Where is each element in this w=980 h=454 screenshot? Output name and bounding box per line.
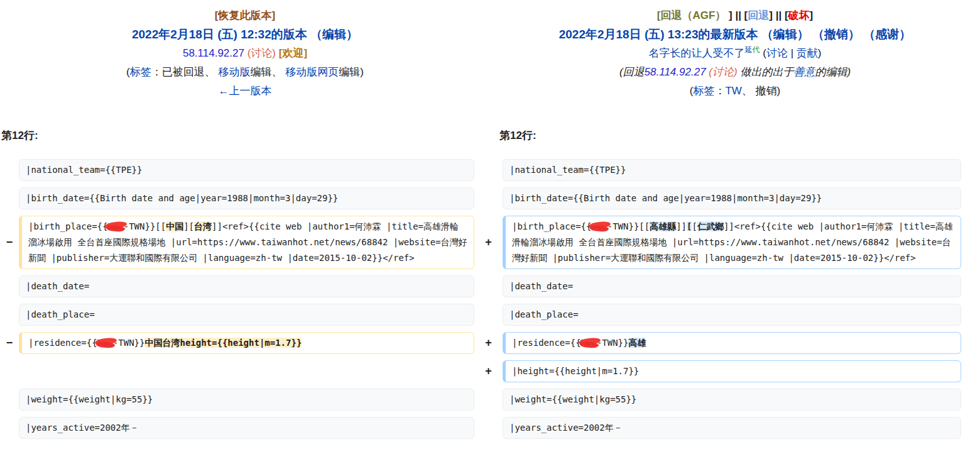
text-segment: |weight={{weight|kg=55}} xyxy=(26,394,153,404)
header-line: (回退58.114.92.27 (讨论) 做出的出于善意的编辑) xyxy=(490,63,980,82)
red-scribble-annotation: ROC xyxy=(107,221,123,231)
old-revision-date-link[interactable]: 2022年2月18日 (五) 12:32的版本 xyxy=(132,28,307,41)
text-segment: 高雄縣 xyxy=(650,221,676,231)
text-segment: 台湾 xyxy=(194,221,212,231)
header-line: [恢复此版本] xyxy=(0,6,490,25)
diff-grid: |national_team={{TPE}}|national_team={{T… xyxy=(0,159,980,439)
diff-deleted-marker xyxy=(0,389,19,411)
text-segment: |years_active=2002年－ xyxy=(509,423,623,433)
thank-link[interactable]: （感谢） xyxy=(860,28,911,41)
diff-added-marker: + xyxy=(474,360,503,382)
header-line: (标签：已被回退、 移动版编辑、 移动版网页编辑) xyxy=(0,63,490,82)
diff-context-line: |weight={{weight|kg=55}} xyxy=(19,389,474,411)
tag-tw-link[interactable]: TW xyxy=(725,85,741,97)
username-superscript-yan[interactable]: 延 xyxy=(745,45,753,54)
tags-link[interactable]: 标签 xyxy=(130,66,151,78)
new-revision-header: [回退（AGF） ] || [回退] || [破坏]2022年2月18日 (五)… xyxy=(490,6,980,101)
text-segment: |years_active=2002年－ xyxy=(26,423,139,433)
left-line-number-label: 第12行: xyxy=(0,128,490,143)
header-line: 名字长的让人受不了延代 (讨论 | 贡献) xyxy=(490,44,980,63)
header-line: 2022年2月18日 (五) 12:32的版本 （编辑） xyxy=(0,25,490,44)
diff-added-marker xyxy=(474,304,503,326)
header-line: 58.114.92.27 (讨论) [欢迎] xyxy=(0,44,490,63)
diff-context-line: |death_place= xyxy=(503,304,961,326)
diff-context-line: |birth_date={{Birth date and age|year=19… xyxy=(503,187,961,209)
diff-section-labels: 第12行: 第12行: xyxy=(0,128,980,143)
diff-added-marker xyxy=(474,187,503,209)
separator: ] || [ xyxy=(726,9,748,21)
reverted-ip-link[interactable]: 58.114.92.27 xyxy=(645,66,706,78)
tag-reverted: ：已被回退、 xyxy=(151,66,219,78)
diff-deleted-line: |birth_place={{ROC-TWN}}[[中国][台湾]]<ref>{… xyxy=(19,216,474,269)
text-segment: [ xyxy=(692,221,697,231)
diff-context-line: |years_active=2002年－ xyxy=(19,417,474,439)
header-line: ←上一版本 xyxy=(0,82,490,101)
text-segment: 高雄 xyxy=(628,338,646,348)
header-line: 2022年2月18日 (五) 13:23的最新版本 （编辑） （撤销） （感谢） xyxy=(490,25,980,44)
reverted-ip-talk-link[interactable]: 讨论 xyxy=(712,66,734,78)
tag-mobile-edit-suffix: 编辑、 xyxy=(251,66,286,78)
text-segment: -TWN}}[[ xyxy=(124,221,166,231)
tag-mobile-web-edit-suffix: 编辑) xyxy=(339,66,364,78)
text-segment: |height={{height|m=1.7}} xyxy=(512,366,639,376)
diff-added-line: |birth_place={{ROC-TWN}}[[高雄縣]][[仁武鄉]]<r… xyxy=(503,216,961,269)
user-contribs-link[interactable]: 贡献 xyxy=(797,47,818,59)
text-segment: 中国 xyxy=(166,221,183,231)
text-segment: |residence={{ xyxy=(28,338,97,348)
text-segment: |residence={{ xyxy=(512,338,581,348)
text-segment: 仁武鄉 xyxy=(697,221,724,231)
text-segment: |death_date= xyxy=(509,281,573,291)
undo-link[interactable]: （撤销） xyxy=(809,28,860,41)
text-segment: -TWN}} xyxy=(113,338,145,348)
text-segment: |birth_place={{ xyxy=(28,221,107,231)
red-scribble-annotation: ROC xyxy=(591,221,607,231)
username-superscript-dai[interactable]: 代 xyxy=(753,45,760,54)
diff-context-line: |weight={{weight|kg=55}} xyxy=(503,389,961,411)
colon: ： xyxy=(714,85,725,97)
text-segment: |weight={{weight|kg=55}} xyxy=(509,394,636,404)
user-talk-link[interactable]: 讨论 xyxy=(766,47,788,59)
diff-deleted-marker xyxy=(0,304,19,326)
text-segment: |birth_place={{ xyxy=(512,221,591,231)
text-segment: ][ xyxy=(183,221,194,231)
diff-added-marker xyxy=(474,389,503,411)
ip-user-link[interactable]: 58.114.92.27 xyxy=(183,47,244,59)
tags-link[interactable]: 标签 xyxy=(693,85,714,97)
separator: ] || [ xyxy=(769,9,788,21)
diff-context-line: |death_date= xyxy=(503,275,961,297)
diff-added-marker xyxy=(474,159,503,181)
diff-deleted-marker xyxy=(0,187,19,209)
restore-this-version-link[interactable]: [恢复此版本] xyxy=(215,9,275,21)
revert-summary-middle: 做出的出于 xyxy=(738,66,794,78)
latest-revision-edit-link[interactable]: （编辑） xyxy=(758,28,808,41)
header-line: [回退（AGF） ] || [回退] || [破坏] xyxy=(490,6,980,25)
old-revision-header: [恢复此版本]2022年2月18日 (五) 12:32的版本 （编辑）58.11… xyxy=(0,6,490,101)
latest-revision-date-link[interactable]: 2022年2月18日 (五) 13:23的最新版本 xyxy=(559,28,758,41)
text-segment: |national_team={{TPE}} xyxy=(26,165,142,175)
vandalism-link[interactable]: 破坏 xyxy=(788,9,810,21)
welcome-link[interactable]: [欢迎] xyxy=(279,47,307,59)
rollback-link[interactable]: 回退 xyxy=(748,9,769,21)
rollback-agf-link[interactable]: [回退（AGF） xyxy=(657,9,726,21)
diff-added-marker xyxy=(474,275,503,297)
revert-summary-prefix: (回退 xyxy=(619,66,645,78)
tag-mobile-edit-link[interactable]: 移动版 xyxy=(219,66,251,78)
username-link[interactable]: 名字长的让人受不了 xyxy=(649,47,745,59)
ip-talk-link[interactable]: (讨论) xyxy=(244,47,276,59)
diff-added-marker: + xyxy=(474,332,503,354)
diff-deleted-line: |residence={{ROC-TWN}}中国台湾height={{heigh… xyxy=(19,332,474,354)
diff-context-line: |death_date= xyxy=(19,275,474,297)
text-segment: ]] xyxy=(676,221,687,231)
diff-deleted-marker xyxy=(0,417,19,439)
text-segment: -TWN}} xyxy=(597,338,629,348)
red-scribble-annotation: ROC xyxy=(581,338,597,348)
diff-added-line: |residence={{ROC-TWN}}高雄 xyxy=(503,332,961,354)
diff-context-line: |death_place= xyxy=(19,304,474,326)
header-line: (标签：TW、 撤销) xyxy=(490,82,980,101)
previous-version-link[interactable]: ←上一版本 xyxy=(219,85,272,97)
text-segment: -TWN}}[[ xyxy=(607,221,650,231)
good-faith-link[interactable]: 善意 xyxy=(793,66,815,78)
tag-mobile-web-edit-link[interactable]: 移动版网页 xyxy=(285,66,339,78)
old-revision-edit-link[interactable]: （编辑） xyxy=(307,28,358,41)
paren: ) xyxy=(818,47,822,59)
